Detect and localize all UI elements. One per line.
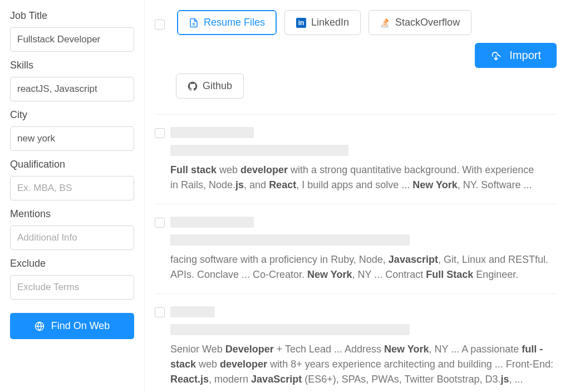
job-title-input[interactable] [10,27,134,52]
skeleton-subtitle [170,234,410,246]
result-body: Full stack web developer with a strong q… [170,127,557,193]
skeleton-title [170,127,254,138]
result-checkbox[interactable] [155,128,165,138]
results-list: Full stack web developer with a strong q… [155,115,557,392]
exclude-input[interactable] [10,275,134,300]
city-label: City [10,109,134,121]
result-item: Senior Web Developer + Tech Lead ... Add… [155,294,557,392]
skeleton-title [170,217,254,228]
skills-input[interactable] [10,77,134,101]
qualification-input[interactable] [10,176,134,200]
exclude-label: Exclude [10,258,134,270]
find-button-label: Find On Web [51,320,110,332]
result-item: facing software with a proficiency in Ru… [155,204,557,294]
result-item: Full stack web developer with a strong q… [155,115,557,204]
result-checkbox[interactable] [155,307,165,317]
skeleton-subtitle [170,145,348,156]
result-text: Senior Web Developer + Tech Lead ... Add… [170,342,557,387]
result-body: Senior Web Developer + Tech Lead ... Add… [170,306,557,387]
tab-github[interactable]: Github [176,74,244,99]
stackoverflow-icon [380,18,390,28]
result-text: Full stack web developer with a strong q… [170,163,557,193]
file-icon [189,18,199,28]
job-title-label: Job Title [10,10,134,22]
linkedin-icon: in [296,18,306,28]
cloud-import-icon [490,50,502,61]
skeleton-subtitle [170,324,410,335]
find-on-web-button[interactable]: Find On Web [10,313,134,339]
skeleton-title [170,306,215,317]
city-input[interactable] [10,126,134,151]
mentions-input[interactable] [10,226,134,250]
github-icon [188,81,198,91]
main-content: Resume Files in LinkedIn StackOverflow I… [145,0,570,392]
toolbar: Resume Files in LinkedIn StackOverflow I… [155,10,557,115]
globe-icon [35,321,45,331]
result-text: facing software with a proficiency in Ru… [170,252,557,282]
result-body: facing software with a proficiency in Ru… [170,217,557,282]
result-checkbox[interactable] [155,218,165,228]
select-all-checkbox[interactable] [155,19,165,30]
tab-stackoverflow[interactable]: StackOverflow [368,10,471,35]
search-sidebar: Job Title Skills City Qualification Ment… [0,0,145,392]
import-button[interactable]: Import [475,43,557,68]
qualification-label: Qualification [10,159,134,170]
tab-resume-files[interactable]: Resume Files [177,10,277,35]
mentions-label: Mentions [10,208,134,220]
tab-linkedin[interactable]: in LinkedIn [284,10,361,35]
skills-label: Skills [10,60,134,71]
